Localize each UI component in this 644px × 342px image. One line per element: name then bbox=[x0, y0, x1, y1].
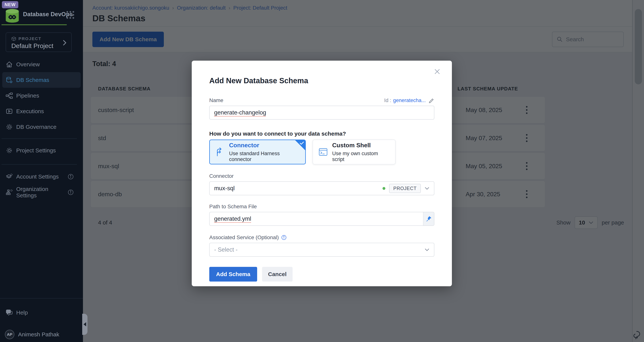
terminal-icon bbox=[318, 147, 328, 157]
connector-select[interactable]: mux-sql PROJECT bbox=[209, 181, 434, 195]
sidebar-item-db-schemas[interactable]: DB Schemas bbox=[2, 72, 81, 88]
sidebar-item-label: Account Settings bbox=[16, 173, 59, 180]
user-name: Animesh Pathak bbox=[18, 331, 59, 338]
executions-icon bbox=[6, 108, 13, 115]
id-value-link[interactable]: generatecha... bbox=[393, 97, 426, 103]
project-selector-name: Default Project bbox=[11, 42, 53, 49]
connector-value: mux-sql bbox=[214, 185, 235, 192]
app-root: Account: kurosakiichigo.songoku › Organi… bbox=[0, 0, 644, 342]
sidebar-item-db-governance[interactable]: DB Governance bbox=[0, 119, 83, 135]
cancel-button[interactable]: Cancel bbox=[262, 267, 292, 282]
sidebar-item-overview[interactable]: Overview bbox=[0, 56, 83, 72]
cube-icon bbox=[11, 36, 16, 41]
connect-question: How do you want to connect to your data … bbox=[209, 130, 434, 137]
chevron-down-icon bbox=[424, 248, 430, 251]
pin-button[interactable] bbox=[423, 212, 434, 225]
collapse-arrow-icon bbox=[84, 322, 86, 326]
service-select[interactable]: - Select - bbox=[209, 243, 434, 257]
check-icon bbox=[300, 141, 304, 145]
sidebar-divider bbox=[2, 164, 77, 165]
service-label: Associated Service (Optional) bbox=[209, 235, 279, 241]
path-field[interactable]: generated.yml bbox=[209, 212, 434, 226]
sidebar-item-help[interactable]: ? Help bbox=[0, 305, 83, 320]
module-grid-icon[interactable] bbox=[66, 10, 75, 19]
sidebar-item-label: Executions bbox=[16, 108, 44, 114]
name-field-value: generate-changelog bbox=[214, 109, 266, 116]
pin-icon bbox=[426, 216, 432, 222]
home-icon bbox=[6, 61, 13, 68]
add-schema-modal: Add New Database Schema Name Id : genera… bbox=[192, 61, 452, 286]
new-badge: NEW bbox=[2, 1, 18, 8]
sidebar-item-label: DB Governance bbox=[16, 124, 56, 130]
sidebar-logo-row: NEW Database DevOps bbox=[0, 0, 83, 25]
project-selector[interactable]: PROJECT Default Project bbox=[6, 32, 72, 52]
option-card-connector[interactable]: Connector Use standard Harness connector bbox=[209, 140, 306, 164]
option-subtitle: Use standard Harness connector bbox=[229, 151, 300, 162]
sidebar-item-label: Project Settings bbox=[16, 147, 56, 154]
sidebar-item-project-settings[interactable]: Project Settings bbox=[0, 143, 83, 158]
project-selector-label: PROJECT bbox=[18, 36, 41, 41]
help-chat-icon: ? bbox=[6, 309, 13, 316]
sidebar-divider bbox=[0, 298, 83, 299]
chevron-down-icon bbox=[424, 187, 430, 190]
sidebar-green-divider bbox=[2, 24, 67, 25]
modal-title: Add New Database Schema bbox=[209, 76, 434, 85]
path-field-value: generated.yml bbox=[214, 215, 251, 222]
name-field[interactable]: generate-changelog bbox=[209, 106, 434, 120]
add-schema-button[interactable]: Add Schema bbox=[209, 267, 257, 282]
avatar: AP bbox=[5, 330, 14, 339]
scope-badge: PROJECT bbox=[389, 184, 421, 193]
path-label: Path to Schema File bbox=[209, 204, 434, 210]
sidebar: NEW Database DevOps bbox=[0, 0, 83, 342]
settings-gear-icon bbox=[6, 147, 13, 154]
sidebar-item-executions[interactable]: Executions bbox=[0, 103, 83, 119]
sidebar-item-account-settings[interactable]: Account Settings bbox=[0, 169, 83, 184]
svg-text:?: ? bbox=[8, 310, 9, 313]
close-icon[interactable] bbox=[433, 67, 441, 76]
connection-options: Connector Use standard Harness connector bbox=[209, 140, 434, 164]
info-icon[interactable] bbox=[281, 235, 287, 240]
sidebar-collapse-handle[interactable] bbox=[82, 314, 88, 335]
pencil-icon[interactable] bbox=[429, 98, 434, 103]
sidebar-item-label: DB Schemas bbox=[16, 77, 49, 83]
db-schema-icon bbox=[6, 76, 13, 84]
sidebar-item-label: Pipelines bbox=[16, 92, 39, 99]
sidebar-item-organization-settings[interactable]: Organization Settings bbox=[0, 184, 83, 200]
option-subtitle: Use my own custom script bbox=[332, 151, 390, 162]
app-title: Database DevOps bbox=[23, 11, 73, 18]
info-icon[interactable] bbox=[68, 173, 74, 180]
account-layers-icon bbox=[6, 173, 13, 180]
pipelines-icon bbox=[6, 92, 13, 99]
governance-gear-icon bbox=[6, 123, 13, 130]
option-card-custom-shell[interactable]: Custom Shell Use my own custom script bbox=[312, 140, 396, 164]
scope-status-dot bbox=[382, 187, 385, 190]
sidebar-item-pipelines[interactable]: Pipelines bbox=[0, 88, 83, 103]
db-devops-logo[interactable] bbox=[4, 9, 21, 23]
info-icon[interactable] bbox=[68, 189, 74, 196]
sidebar-divider bbox=[2, 138, 77, 139]
sidebar-nav: Overview DB Schemas bbox=[0, 56, 83, 135]
option-title: Connector bbox=[229, 142, 300, 149]
sidebar-item-label: Overview bbox=[16, 61, 40, 68]
service-select-value: - Select - bbox=[214, 246, 238, 253]
sidebar-item-label: Organization Settings bbox=[16, 186, 68, 199]
sidebar-item-label: Help bbox=[16, 310, 28, 316]
branch-arrows-icon bbox=[215, 147, 225, 157]
connector-label: Connector bbox=[209, 173, 434, 179]
option-title: Custom Shell bbox=[332, 142, 390, 149]
user-menu[interactable]: AP Animesh Pathak bbox=[0, 327, 83, 342]
name-label: Name bbox=[209, 97, 224, 103]
id-prefix: Id : bbox=[384, 97, 392, 103]
org-hierarchy-icon bbox=[6, 189, 13, 196]
chevron-right-icon bbox=[62, 39, 67, 46]
